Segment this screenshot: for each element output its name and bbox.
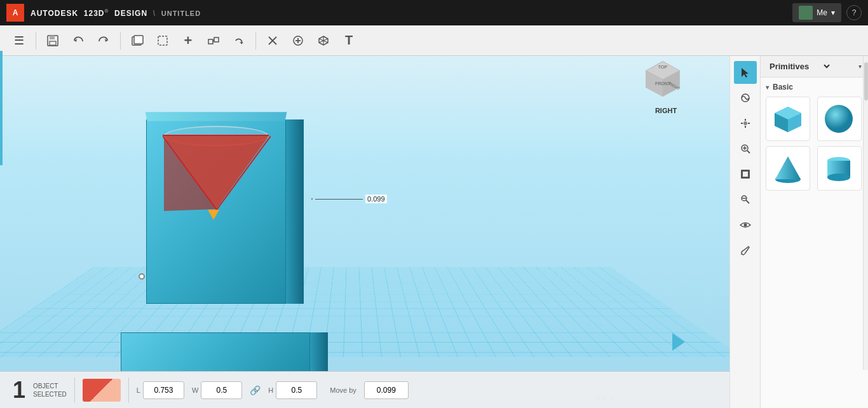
snap-btn[interactable] [261, 29, 284, 52]
dimension-indicator: 0.099 [311, 194, 387, 203]
svg-marker-30 [742, 68, 749, 78]
text-btn[interactable]: T [337, 29, 360, 52]
selection-handle[interactable] [139, 273, 145, 280]
svg-point-42 [743, 224, 747, 227]
toolbar-sep-1 [36, 32, 36, 50]
toolbar-sep-2 [120, 32, 121, 50]
svg-rect-38 [743, 172, 748, 177]
add-shape-btn[interactable]: + [177, 29, 200, 52]
eye-tool-btn[interactable] [734, 214, 757, 236]
view-cube[interactable]: FRONT RIGHT TOP [641, 58, 685, 103]
svg-rect-2 [50, 41, 56, 45]
dimension-h-input[interactable] [276, 381, 317, 399]
svg-line-22 [217, 136, 271, 210]
help-button[interactable]: ? [846, 5, 862, 20]
svg-line-34 [747, 151, 750, 153]
primitives-scroll[interactable]: ▾ Basic [761, 78, 868, 408]
toolbar: ☰ + T [0, 25, 868, 56]
paint-tool-btn[interactable] [734, 239, 757, 262]
view-label: RIGHT [641, 107, 691, 114]
new-window-btn[interactable] [126, 29, 149, 52]
menu-btn[interactable]: ☰ [8, 29, 31, 52]
svg-rect-1 [50, 36, 55, 39]
right-toolbar [729, 56, 760, 408]
svg-line-40 [746, 200, 749, 203]
undo-btn[interactable] [67, 29, 90, 52]
viewport[interactable]: 0.099 FRONT RIGHT TOP RIGHT Unit: in [0, 56, 729, 408]
scrollbar[interactable] [863, 56, 868, 370]
scrollbar-thumb[interactable] [864, 62, 868, 100]
frame-btn[interactable] [151, 29, 174, 52]
link-icon[interactable]: 🔗 [250, 385, 261, 395]
dimension-w-group: W [192, 381, 242, 399]
color-swatch [83, 379, 121, 402]
color-preview[interactable] [83, 379, 121, 402]
dimension-l-group: L [137, 381, 184, 399]
move-by-input[interactable] [364, 381, 409, 399]
transform-btn[interactable] [202, 29, 225, 52]
orbit-tool-btn[interactable] [734, 86, 757, 109]
svg-rect-9 [214, 37, 219, 42]
svg-rect-8 [208, 39, 213, 44]
user-button[interactable]: Me ▾ [792, 3, 841, 22]
view-cube-area[interactable]: FRONT RIGHT TOP RIGHT [641, 58, 691, 109]
box-base-side [310, 332, 328, 372]
primitives-grid [766, 97, 863, 191]
funnel-outline-svg [163, 135, 271, 211]
dim-value: 0.099 [365, 194, 387, 203]
dimension-w-input[interactable] [201, 381, 242, 399]
dim-dot [311, 198, 313, 200]
app-logo: A [6, 4, 24, 22]
dim-line [315, 199, 363, 200]
move-handle[interactable] [208, 210, 219, 220]
svg-rect-6 [134, 36, 143, 44]
svg-point-32 [743, 121, 747, 125]
fit-tool-btn[interactable] [734, 163, 757, 186]
select-tool-btn[interactable] [734, 61, 757, 84]
primitive-cylinder[interactable] [817, 146, 862, 191]
dropdown-arrow: ▾ [858, 63, 862, 70]
header-right: Me ▾ ? [792, 3, 862, 22]
svg-rect-7 [158, 36, 167, 45]
status-divider-1 [74, 377, 75, 403]
rotate-btn[interactable] [227, 29, 250, 52]
svg-marker-49 [775, 156, 801, 179]
dimension-h-group: H [268, 381, 317, 399]
svg-text:TOP: TOP [658, 65, 668, 69]
box-base [121, 332, 310, 372]
collapse-arrow[interactable]: ▾ [766, 84, 769, 91]
zoom-tool-btn[interactable] [734, 137, 757, 160]
box-right-side [286, 119, 304, 304]
primitive-cone[interactable] [766, 146, 810, 191]
arrow-indicator [672, 333, 685, 351]
primitives-header: Primitives Constructors Modifiers ▾ [761, 56, 868, 78]
svg-line-21 [163, 136, 217, 210]
box-top-face [146, 112, 287, 121]
app-title: AUTODESK 123D® DESIGN \ UNTITLED [31, 8, 201, 18]
object-count: 1 [13, 379, 25, 402]
primitive-box[interactable] [766, 97, 810, 141]
save-btn[interactable] [41, 29, 64, 52]
section-basic-header: ▾ Basic [766, 83, 863, 92]
main: 0.099 FRONT RIGHT TOP RIGHT Unit: in [0, 56, 868, 408]
redo-btn[interactable] [92, 29, 115, 52]
status-bar: 1 OBJECT SELECTED L W 🔗 H M [0, 371, 729, 408]
pan-tool-btn[interactable] [734, 112, 757, 135]
object-status-label: OBJECT SELECTED [33, 382, 67, 398]
status-divider-2 [128, 377, 129, 403]
svg-point-52 [827, 173, 850, 181]
primitive-sphere[interactable] [817, 97, 862, 141]
primitives-dropdown[interactable]: Primitives Constructors Modifiers [767, 61, 832, 72]
dimension-l-input[interactable] [143, 381, 184, 399]
right-panel: Primitives Constructors Modifiers ▾ ▾ Ba… [760, 56, 868, 408]
insert-btn[interactable] [287, 29, 309, 52]
3d-view-btn[interactable] [312, 29, 335, 52]
zoom-select-btn[interactable] [734, 188, 757, 211]
svg-point-43 [741, 253, 743, 255]
svg-point-47 [825, 105, 853, 133]
header: A AUTODESK 123D® DESIGN \ UNTITLED Me ▾ … [0, 0, 868, 25]
toolbar-sep-3 [255, 32, 256, 50]
user-avatar [799, 6, 813, 20]
3d-object: 0.099 [95, 107, 349, 386]
panel-active-stripe [0, 51, 3, 165]
